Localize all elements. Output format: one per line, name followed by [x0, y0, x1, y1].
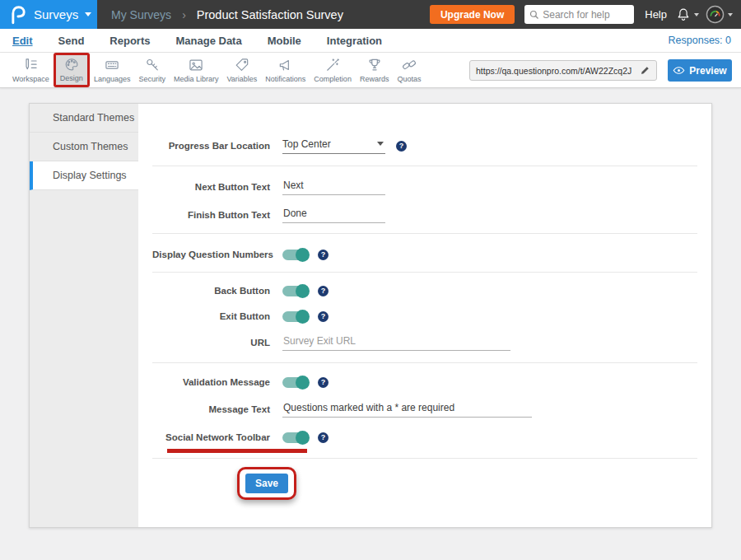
sidebar-item-display-settings[interactable]: Display Settings	[30, 161, 138, 190]
message-text-input[interactable]	[282, 402, 532, 418]
upgrade-now-button[interactable]: Upgrade Now	[430, 5, 515, 24]
preview-button[interactable]: Preview	[668, 59, 732, 82]
display-settings-form: Progress Bar Location Top Center ? Next …	[138, 104, 711, 527]
help-search-input[interactable]	[543, 9, 629, 21]
security-icon	[144, 57, 161, 73]
divider	[152, 458, 697, 459]
quotas-icon	[401, 57, 417, 73]
validation-message-label: Validation Message	[152, 377, 270, 387]
help-icon[interactable]: ?	[318, 311, 329, 322]
next-button-text-row: Next Button Text	[152, 176, 697, 198]
menu-item-manage-data[interactable]: Manage Data	[175, 35, 241, 47]
next-button-text-label: Next Button Text	[152, 182, 270, 192]
menu-item-send[interactable]: Send	[58, 35, 85, 47]
annotation-red-box: Save	[237, 467, 296, 500]
questionpro-logo	[9, 4, 26, 26]
chevron-down-icon	[377, 142, 384, 146]
chevron-down-icon	[728, 13, 733, 16]
help-icon[interactable]: ?	[318, 432, 329, 443]
back-button-row: Back Button ?	[152, 280, 697, 301]
account-menu[interactable]	[706, 5, 733, 24]
tool-security[interactable]: Security	[134, 53, 170, 87]
message-text-row: Message Text	[152, 399, 697, 420]
exit-url-row: URL	[152, 332, 697, 353]
notifications-menu[interactable]	[676, 7, 699, 22]
search-icon	[529, 10, 539, 20]
breadcrumb-separator: ›	[182, 8, 186, 21]
validation-message-row: Validation Message ?	[152, 371, 697, 393]
menu-item-reports[interactable]: Reports	[110, 35, 150, 47]
divider	[152, 272, 697, 273]
sidebar-item-custom-themes[interactable]: Custom Themes	[30, 133, 138, 161]
save-button[interactable]: Save	[245, 474, 288, 493]
finish-button-text-input[interactable]	[282, 208, 385, 223]
exit-url-label: URL	[152, 338, 270, 348]
display-question-numbers-toggle[interactable]	[282, 250, 307, 260]
breadcrumb-section[interactable]: My Surveys	[111, 8, 171, 21]
tool-workspace[interactable]: Workspace	[8, 53, 54, 87]
menu-item-mobile[interactable]: Mobile	[268, 35, 301, 47]
design-settings-card: Standard Themes Custom Themes Display Se…	[29, 103, 712, 528]
back-button-label: Back Button	[152, 286, 270, 296]
help-search-box[interactable]	[524, 5, 634, 24]
divider	[152, 362, 697, 363]
divider	[152, 166, 697, 166]
divider	[152, 233, 697, 234]
chevron-down-icon	[694, 13, 699, 16]
help-icon[interactable]: ?	[318, 286, 329, 296]
exit-button-row: Exit Button ?	[152, 306, 697, 327]
tool-design[interactable]: Design	[54, 53, 90, 87]
finish-button-text-label: Finish Button Text	[152, 210, 270, 220]
languages-icon	[104, 57, 120, 73]
help-icon[interactable]: ?	[318, 377, 329, 388]
menu-item-integration[interactable]: Integration	[327, 35, 382, 47]
social-network-toolbar-toggle[interactable]	[282, 432, 307, 443]
design-sidebar: Standard Themes Custom Themes Display Se…	[30, 104, 138, 527]
product-switcher-label: Surveys	[34, 7, 78, 21]
display-question-numbers-label: Display Question Numbers	[152, 250, 270, 259]
workspace-icon	[22, 57, 39, 73]
progress-bar-location-select[interactable]: Top Center	[282, 138, 385, 154]
tool-rewards[interactable]: Rewards	[356, 53, 394, 87]
survey-url-field[interactable]: https://qa.questionpro.com/t/AW22Zcq2J	[469, 60, 657, 81]
tool-completion[interactable]: Completion	[310, 53, 356, 87]
progress-bar-location-row: Progress Bar Location Top Center ?	[152, 135, 697, 156]
social-network-toolbar-row: Social Network Toolbar ?	[152, 427, 697, 448]
responses-count[interactable]: Responses: 0	[669, 35, 731, 46]
annotation-red-underline	[167, 449, 307, 453]
exit-url-input[interactable]	[282, 335, 510, 351]
survey-url-value: https://qa.questionpro.com/t/AW22Zcq2J	[476, 66, 640, 76]
menu-item-edit[interactable]: Edit	[12, 35, 33, 47]
tool-languages[interactable]: Languages	[90, 53, 135, 87]
design-icon	[63, 57, 80, 72]
edit-pencil-icon[interactable]	[640, 65, 650, 76]
brand-area[interactable]: Surveys	[0, 0, 97, 29]
tool-notifications[interactable]: Notifications	[261, 53, 310, 87]
completion-icon	[324, 57, 341, 73]
sidebar-item-standard-themes[interactable]: Standard Themes	[30, 104, 138, 133]
eye-icon	[673, 66, 685, 75]
media-library-icon	[188, 57, 204, 73]
tool-variables[interactable]: Variables	[222, 53, 261, 87]
edit-toolbar: Workspace Design Languages Security Medi…	[0, 53, 741, 88]
help-icon[interactable]: ?	[318, 250, 329, 260]
help-icon[interactable]: ?	[396, 141, 407, 152]
exit-button-label: Exit Button	[152, 311, 270, 321]
avatar	[706, 5, 725, 24]
next-button-text-input[interactable]	[282, 180, 385, 195]
tool-quotas[interactable]: Quotas	[393, 53, 425, 87]
display-question-numbers-row: Display Question Numbers ?	[152, 244, 697, 265]
page-title: Product Satisfaction Survey	[197, 8, 343, 21]
tool-media-library[interactable]: Media Library	[170, 53, 223, 87]
rewards-icon	[366, 57, 383, 73]
back-button-toggle[interactable]	[282, 286, 307, 296]
exit-button-toggle[interactable]	[282, 311, 307, 322]
survey-menu-bar: Edit Send Reports Manage Data Mobile Int…	[0, 29, 741, 53]
help-link[interactable]: Help	[645, 8, 667, 21]
progress-bar-location-label: Progress Bar Location	[152, 141, 270, 151]
notifications-icon	[277, 57, 294, 73]
chevron-down-icon	[85, 12, 91, 16]
validation-message-toggle[interactable]	[282, 377, 307, 388]
variables-icon	[234, 57, 250, 73]
bell-icon	[676, 7, 691, 22]
